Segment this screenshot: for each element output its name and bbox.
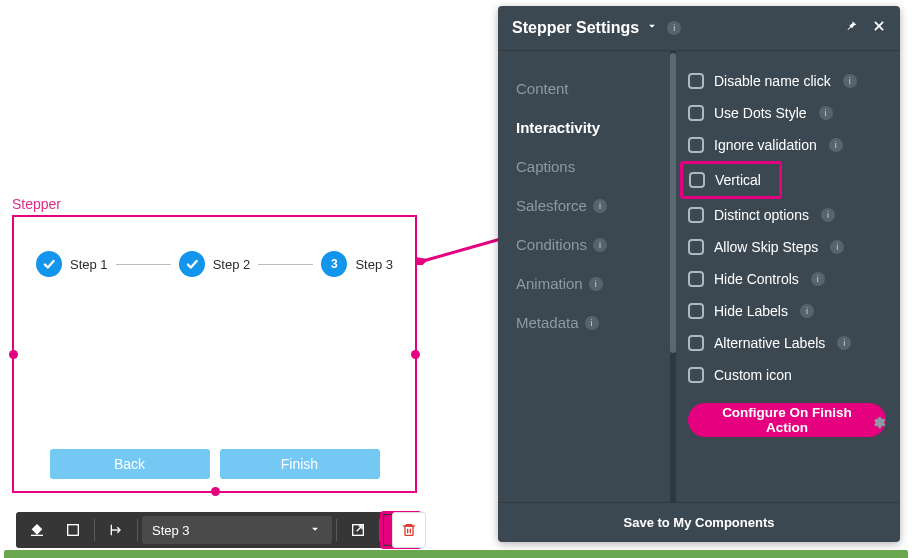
stepper-steps: Step 1 Step 2 3 Step 3: [14, 217, 415, 277]
info-icon[interactable]: i: [843, 74, 857, 88]
checkbox[interactable]: [689, 172, 705, 188]
tab-content[interactable]: Content: [516, 69, 668, 108]
step-label: Step 1: [70, 257, 108, 272]
panel-header: Stepper Settings i: [498, 6, 900, 50]
save-to-my-components[interactable]: Save to My Components: [498, 502, 900, 542]
svg-rect-2: [68, 525, 79, 536]
settings-panel: Stepper Settings i Content Interactivity…: [498, 6, 900, 542]
opt-alternative-labels[interactable]: Alternative Labelsi: [688, 327, 886, 359]
panel-title: Stepper Settings: [512, 19, 639, 37]
tab-animation[interactable]: Animationi: [516, 264, 668, 303]
stepper-controls: Back Finish: [14, 449, 415, 479]
step-connector: [258, 264, 313, 265]
checkbox[interactable]: [688, 303, 704, 319]
back-button[interactable]: Back: [50, 449, 210, 479]
status-bar: [4, 550, 908, 558]
step-label: Step 2: [213, 257, 251, 272]
info-icon[interactable]: i: [819, 106, 833, 120]
opt-allow-skip-steps[interactable]: Allow Skip Stepsi: [688, 231, 886, 263]
step-connector: [116, 264, 171, 265]
tab-metadata[interactable]: Metadatai: [516, 303, 668, 342]
info-icon[interactable]: i: [830, 240, 844, 254]
info-icon[interactable]: i: [811, 272, 825, 286]
step-1[interactable]: Step 1: [36, 251, 108, 277]
opt-distinct-options[interactable]: Distinct optionsi: [688, 199, 886, 231]
options-list: Disable name clicki Use Dots Stylei Igno…: [676, 51, 900, 502]
opt-hide-controls[interactable]: Hide Controlsi: [688, 263, 886, 295]
delete-button[interactable]: [392, 512, 426, 548]
resize-handle[interactable]: [411, 350, 420, 359]
step-2[interactable]: Step 2: [179, 251, 251, 277]
tab-salesforce[interactable]: Salesforcei: [516, 186, 668, 225]
opt-disable-name-click[interactable]: Disable name clicki: [688, 65, 886, 97]
finish-button[interactable]: Finish: [220, 449, 380, 479]
pin-icon[interactable]: [844, 19, 858, 37]
svg-rect-1: [31, 535, 43, 536]
opt-custom-icon[interactable]: Custom icon: [688, 359, 886, 391]
chevron-down-icon[interactable]: [645, 19, 659, 37]
info-icon[interactable]: i: [800, 304, 814, 318]
separator: [137, 519, 138, 541]
info-icon: i: [585, 316, 599, 330]
separator: [336, 519, 337, 541]
check-icon: [179, 251, 205, 277]
step-selector-value: Step 3: [152, 523, 190, 538]
step-number-icon: 3: [321, 251, 347, 277]
border-icon[interactable]: [56, 515, 90, 545]
info-icon: i: [593, 199, 607, 213]
opt-vertical[interactable]: Vertical: [680, 161, 782, 199]
configure-on-finish-button[interactable]: Configure On Finish Action: [688, 403, 886, 437]
info-icon: i: [593, 238, 607, 252]
svg-rect-6: [405, 526, 413, 535]
info-icon[interactable]: i: [821, 208, 835, 222]
tab-captions[interactable]: Captions: [516, 147, 668, 186]
close-icon[interactable]: [872, 19, 886, 37]
fill-icon[interactable]: [20, 515, 54, 545]
tab-interactivity[interactable]: Interactivity: [516, 108, 668, 147]
stepper-component[interactable]: Step 1 Step 2 3 Step 3 Back Finish: [12, 215, 417, 493]
chevron-down-icon: [308, 522, 322, 539]
checkbox[interactable]: [688, 207, 704, 223]
canvas-component-label: Stepper: [12, 196, 61, 212]
info-icon: i: [589, 277, 603, 291]
resize-handle[interactable]: [9, 350, 18, 359]
check-icon: [36, 251, 62, 277]
step-label: Step 3: [355, 257, 393, 272]
gear-icon[interactable]: [871, 415, 886, 434]
step-3[interactable]: 3 Step 3: [321, 251, 393, 277]
checkbox[interactable]: [688, 73, 704, 89]
step-selector[interactable]: Step 3: [142, 516, 332, 544]
info-icon[interactable]: i: [667, 21, 681, 35]
checkbox[interactable]: [688, 335, 704, 351]
checkbox[interactable]: [688, 137, 704, 153]
checkbox[interactable]: [688, 105, 704, 121]
open-external-icon[interactable]: [341, 515, 375, 545]
resize-handle[interactable]: [211, 487, 220, 496]
opt-ignore-validation[interactable]: Ignore validationi: [688, 129, 886, 161]
tab-conditions[interactable]: Conditionsi: [516, 225, 668, 264]
align-left-icon[interactable]: [99, 515, 133, 545]
info-icon[interactable]: i: [837, 336, 851, 350]
separator: [94, 519, 95, 541]
checkbox[interactable]: [688, 271, 704, 287]
checkbox[interactable]: [688, 239, 704, 255]
checkbox[interactable]: [688, 367, 704, 383]
opt-use-dots-style[interactable]: Use Dots Stylei: [688, 97, 886, 129]
opt-hide-labels[interactable]: Hide Labelsi: [688, 295, 886, 327]
settings-tabs: Content Interactivity Captions Salesforc…: [498, 51, 668, 502]
info-icon[interactable]: i: [829, 138, 843, 152]
component-toolbar: Step 3: [16, 512, 422, 548]
